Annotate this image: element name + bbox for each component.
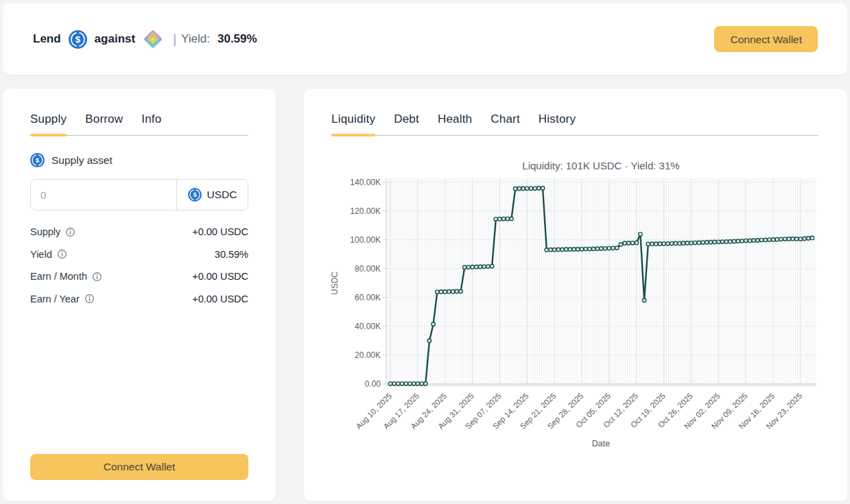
header-bar: Lend $ against bbox=[3, 3, 847, 75]
supply-asset-label: Supply asset bbox=[51, 154, 113, 167]
svg-text:$: $ bbox=[193, 191, 197, 198]
chart-tabs: Liquidity Debt Health Chart History bbox=[331, 112, 818, 136]
tab-borrow[interactable]: Borrow bbox=[85, 112, 123, 135]
supply-asset-row: $ Supply asset bbox=[30, 153, 248, 167]
supply-panel: Supply Borrow Info $ Supply asset $ bbox=[3, 89, 276, 501]
svg-text:100.00K: 100.00K bbox=[350, 235, 381, 245]
stat-row-supply: Supply +0.00 USDC bbox=[30, 226, 248, 237]
tab-supply[interactable]: Supply bbox=[30, 112, 67, 135]
tab-health[interactable]: Health bbox=[438, 112, 472, 135]
yield-value: 30.59% bbox=[217, 32, 257, 46]
lend-label: Lend bbox=[33, 32, 61, 46]
svg-text:140.00K: 140.00K bbox=[350, 178, 381, 187]
connect-wallet-button-panel[interactable]: Connect Wallet bbox=[30, 454, 248, 480]
stat-value: 30.59% bbox=[215, 249, 248, 260]
svg-text:120.00K: 120.00K bbox=[350, 206, 381, 216]
yield-label: Yield: bbox=[181, 32, 210, 46]
title-separator: | bbox=[173, 32, 176, 47]
amount-input-group: $ USDC bbox=[30, 179, 248, 211]
tab-info[interactable]: Info bbox=[141, 112, 161, 135]
svg-text:80.00K: 80.00K bbox=[355, 264, 381, 274]
stat-label: Yield bbox=[30, 249, 52, 260]
stat-value: +0.00 USDC bbox=[192, 271, 248, 282]
tab-liquidity[interactable]: Liquidity bbox=[331, 112, 375, 135]
stat-row-earn-year: Earn / Year +0.00 USDC bbox=[30, 293, 248, 304]
svg-text:USDC: USDC bbox=[330, 272, 340, 295]
tab-history[interactable]: History bbox=[539, 112, 576, 135]
stat-row-yield: Yield 30.59% bbox=[30, 249, 248, 260]
svg-text:20.00K: 20.00K bbox=[355, 350, 381, 360]
stat-value: +0.00 USDC bbox=[192, 226, 248, 237]
svg-text:60.00K: 60.00K bbox=[355, 293, 381, 302]
svg-text:Date: Date bbox=[592, 439, 610, 448]
chart-panel: Liquidity Debt Health Chart History 0.00… bbox=[304, 89, 847, 501]
info-icon[interactable] bbox=[92, 272, 102, 282]
stat-label: Supply bbox=[30, 226, 60, 237]
stat-label: Earn / Month bbox=[30, 271, 87, 282]
supply-tabs: Supply Borrow Info bbox=[30, 112, 248, 136]
connect-wallet-button[interactable]: Connect Wallet bbox=[714, 26, 818, 52]
svg-text:0.00: 0.00 bbox=[365, 379, 381, 389]
stat-label: Earn / Year bbox=[30, 293, 80, 304]
info-icon[interactable] bbox=[84, 293, 95, 304]
tab-chart[interactable]: Chart bbox=[491, 112, 520, 135]
token-select-label: USDC bbox=[207, 189, 237, 201]
usdc-icon: $ bbox=[69, 30, 87, 49]
stat-row-earn-month: Earn / Month +0.00 USDC bbox=[30, 271, 248, 282]
usdc-icon: $ bbox=[188, 188, 202, 202]
market-title: Lend $ against bbox=[33, 29, 257, 49]
tab-debt[interactable]: Debt bbox=[394, 112, 419, 135]
amount-input[interactable] bbox=[31, 180, 176, 210]
svg-text:Liquidity: 101K USDC · Yield:: Liquidity: 101K USDC · Yield: 31% bbox=[522, 160, 679, 171]
against-label: against bbox=[95, 32, 136, 46]
stat-value: +0.00 USDC bbox=[192, 293, 248, 304]
svg-text:40.00K: 40.00K bbox=[355, 322, 381, 331]
info-icon[interactable] bbox=[57, 249, 67, 259]
gem-icon bbox=[143, 29, 163, 49]
svg-text:$: $ bbox=[36, 156, 40, 164]
usdc-icon: $ bbox=[30, 153, 45, 167]
info-icon[interactable] bbox=[65, 227, 75, 237]
supply-stats: Supply +0.00 USDC Yield 30.59% Earn / Mo… bbox=[30, 226, 248, 304]
svg-text:$: $ bbox=[75, 35, 80, 45]
liquidity-chart[interactable]: 0.0020.00K40.00K60.00K80.00K100.00K120.0… bbox=[304, 89, 847, 501]
token-select[interactable]: $ USDC bbox=[176, 180, 248, 210]
